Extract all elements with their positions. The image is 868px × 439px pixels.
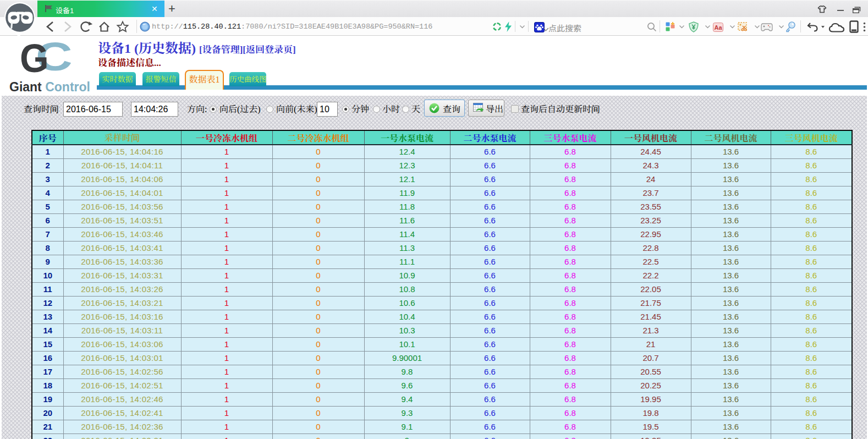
svg-text:Aa: Aa	[714, 24, 722, 31]
